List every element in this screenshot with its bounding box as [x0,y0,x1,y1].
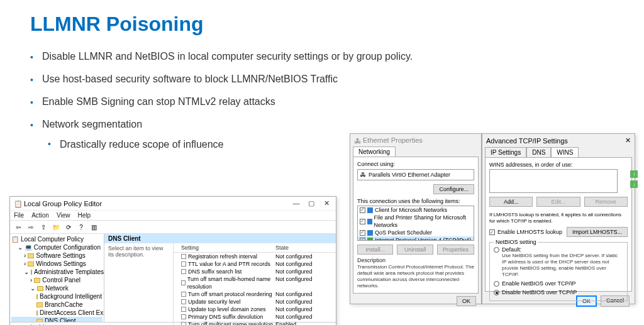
protocol-icon [367,230,373,236]
bullet-text: Disable LLMNR and NetBIOS in local compu… [42,51,413,62]
adv-titlebar[interactable]: Advanced TCP/IP Settings ✕ [482,134,635,147]
tree-node[interactable]: BranchCache [11,300,103,309]
install-button[interactable]: Install... [357,245,393,255]
uses-items-label: This connection uses the following items… [357,198,474,204]
setting-icon [181,262,186,267]
item-checkbox[interactable]: ✓ [360,238,365,241]
filter-icon[interactable]: ▥ [88,222,99,232]
edit-button[interactable]: Edit... [536,197,580,207]
tree-node[interactable]: ⌄ Administrative Templates [11,268,103,276]
connection-item[interactable]: ✓Client for Microsoft Networks [358,206,474,214]
radio-default-label: Default: [502,246,623,253]
setting-row[interactable]: Registration refresh intervalNot configu… [174,253,336,260]
remove-button[interactable]: Remove [584,197,628,207]
tree-node[interactable]: DirectAccess Client Exper [11,309,103,317]
gpo-toolbar: ⇦ ⇨ ⇧ 📁 ⟳ ? ▥ [10,220,336,234]
uninstall-button[interactable]: Uninstall [397,245,433,255]
ok-button[interactable]: OK [457,296,476,306]
gpo-details: DNS Client Select an item to view its de… [104,234,336,322]
eth-titlebar[interactable]: 🖧 Ethernet Properties [350,134,481,146]
gpo-heading: DNS Client [104,234,336,243]
radio-icon[interactable] [494,290,499,295]
connection-item[interactable]: ✓QoS Packet Scheduler [358,229,474,236]
add-button[interactable]: Add... [489,197,533,207]
back-icon[interactable]: ⇦ [13,222,24,232]
gpo-settings-list[interactable]: Registration refresh intervalNot configu… [174,253,336,325]
setting-icon [181,322,186,325]
gpo-titlebar[interactable]: 📋 Local Group Policy Editor — ▢ ✕ [10,197,336,210]
setting-row[interactable]: DNS suffix search listNot configured [174,268,336,275]
tab-wins[interactable]: WINS [551,147,579,157]
menu-file[interactable]: File [14,212,24,219]
col-setting[interactable]: Setting [181,245,275,251]
setting-row[interactable]: TTL value for A and PTR recordsNot confi… [174,260,336,268]
gpo-column-headers[interactable]: Setting State [174,243,336,253]
properties-button[interactable]: Properties [437,245,474,255]
close-icon[interactable]: ✕ [321,199,332,207]
setting-row[interactable]: Turn off smart multi-homed name resoluti… [174,275,336,290]
setting-row[interactable]: Update security levelNot configured [174,298,336,306]
menu-help[interactable]: Help [77,212,91,219]
connect-using-label: Connect using: [357,161,474,167]
setting-icon [181,254,186,259]
connection-item[interactable]: ✓Internet Protocol Version 4 (TCP/IPv4) [358,236,474,241]
refresh-icon[interactable]: ⟳ [63,222,74,232]
radio-default-desc: Use NetBIOS setting from the DHCP server… [502,253,623,278]
up-icon[interactable]: ⇧ [38,222,49,232]
protocol-icon [367,238,373,241]
gpo-tree[interactable]: 📋 Local Computer Policy ⌄ 💻 Computer Con… [10,234,104,322]
adapter-name: Parallels VirtIO Ethernet Adapter [369,172,450,178]
setting-icon [181,299,186,304]
tree-node[interactable]: ⌄ Network [11,284,103,292]
tree-node[interactable]: ⌄ 💻 Computer Configuration [11,243,103,251]
tree-root[interactable]: 📋 Local Computer Policy [11,235,103,243]
enable-lmhosts-checkbox[interactable]: ✓ [489,229,495,235]
radio-enable[interactable]: Enable NetBIOS over TCP/IP [494,280,623,287]
radio-icon[interactable] [494,247,499,253]
wins-addresses-list[interactable] [489,169,618,193]
adapter-icon: 🖧 [360,172,366,178]
setting-icon [181,280,186,285]
move-down-icon[interactable]: ↓ [630,180,638,188]
setting-row[interactable]: Primary DNS suffix devolutionNot configu… [174,313,336,321]
connection-item[interactable]: ✓File and Printer Sharing for Microsoft … [358,214,474,229]
description-text: Transmission Control Protocol/Internet P… [357,264,474,289]
menu-action[interactable]: Action [31,212,49,219]
col-state[interactable]: State [275,245,332,251]
eth-title: Ethernet Properties [363,136,423,144]
item-checkbox[interactable]: ✓ [360,219,365,224]
setting-row[interactable]: Turn off multicast name resolutionEnable… [174,321,336,325]
tab-ip-settings[interactable]: IP Settings [485,147,526,157]
setting-row[interactable]: Turn off smart protocol reorderingNot co… [174,290,336,298]
configure-button[interactable]: Configure... [433,184,474,194]
sub-bullet-text: Drastically reduce scope of influence [60,139,224,150]
tree-node-dns-client[interactable]: DNS Client [11,317,103,322]
enable-lmhosts-label: Enable LMHOSTS lookup [497,229,564,235]
import-lmhosts-button[interactable]: Import LMHOSTS... [567,227,628,237]
radio-disable[interactable]: Disable NetBIOS over TCP/IP [494,289,623,295]
move-up-icon[interactable]: ↑ [630,170,638,178]
tree-node[interactable]: › Control Panel [11,276,103,284]
tree-node[interactable]: Background Intelligent T [11,292,103,300]
close-icon[interactable]: ✕ [625,136,631,145]
connection-items-list[interactable]: ✓Client for Microsoft Networks✓File and … [357,206,474,241]
folder-icon[interactable]: 📁 [50,222,62,232]
radio-icon[interactable] [494,281,499,287]
minimize-icon[interactable]: — [291,199,302,207]
wins-addresses-label: WINS addresses, in order of use: [489,162,628,168]
radio-default[interactable]: Default: Use NetBIOS setting from the DH… [494,246,623,278]
tree-node[interactable]: › Software Settings [11,251,103,260]
item-checkbox[interactable]: ✓ [360,230,365,236]
maximize-icon[interactable]: ▢ [306,199,317,207]
tab-dns[interactable]: DNS [526,147,551,157]
item-checkbox[interactable]: ✓ [360,207,365,213]
setting-icon [181,307,186,312]
tab-networking[interactable]: Networking [353,146,396,157]
adapter-field[interactable]: 🖧 Parallels VirtIO Ethernet Adapter [357,169,474,180]
protocol-icon [367,219,372,224]
forward-icon[interactable]: ⇨ [25,222,36,232]
menu-view[interactable]: View [57,212,70,219]
tree-node[interactable]: › Windows Settings [11,260,103,268]
setting-row[interactable]: Update top level domain zonesNot configu… [174,306,336,313]
help-icon[interactable]: ? [75,222,87,232]
